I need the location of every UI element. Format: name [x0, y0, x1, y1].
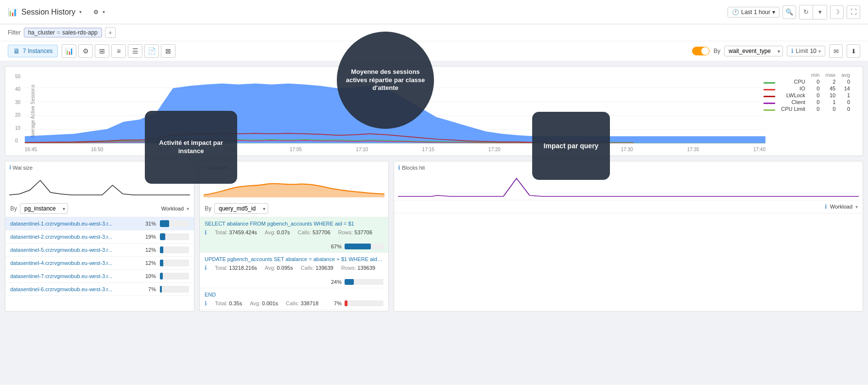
title-dropdown-icon[interactable]: ▾ [79, 9, 82, 15]
instance-pct-5: 10% [139, 273, 156, 279]
x-label-11: 17:35 [687, 147, 699, 152]
q1-pct: 67% [331, 244, 342, 249]
filter-add-button[interactable]: + [105, 27, 116, 38]
instance-row-6[interactable]: datasentinel-6.crzrvgmwobub.eu-west-3.r.… [5, 283, 194, 296]
query-item-3[interactable]: END ℹ Total: 0.35s Avg: 0.001s [200, 288, 388, 310]
legend-row-client: Client 0 1 0 [761, 99, 853, 105]
legend-cpulimit-name: CPU Limit [778, 105, 808, 112]
settings-icon-btn[interactable]: ⚙ [78, 44, 93, 58]
query-item-2[interactable]: UPDATE pgbench_accounts SET abalance = a… [200, 253, 388, 288]
query-stats-3: ℹ Total: 0.35s Avg: 0.001s Calls: [205, 299, 383, 308]
cpulimit-color [764, 109, 775, 111]
limit-label: Limit [796, 48, 808, 54]
x-label-6: 17:10 [356, 147, 368, 152]
table-icon-btn[interactable]: ⊞ [95, 44, 109, 58]
x-label-3: 16:55 [157, 147, 170, 152]
legend-client-max: 1 [822, 99, 838, 105]
settings-dropdown-icon[interactable]: ▾ [103, 9, 105, 15]
query-by-select[interactable]: query_md5_id [214, 203, 268, 214]
instance-row-4[interactable]: datasentinel-4.crzrvgmwobub.eu-west-3.r.… [5, 257, 194, 270]
layers-icon-btn[interactable]: ≡ [111, 44, 126, 58]
toolbar-right: By wait_event_type ℹ Limit 10 ▾ ✉ ⬇ [692, 44, 860, 58]
refresh-button[interactable]: ↻ [799, 5, 813, 19]
page-title: Session History [21, 8, 75, 17]
query-sql-3: END [205, 290, 383, 299]
legend-lwlock-min: 0 [808, 92, 823, 99]
cpu-color [764, 82, 775, 84]
legend-header-min: min [808, 71, 823, 78]
instances-button[interactable]: 🖥 7 Instances [8, 45, 58, 57]
limit-dropdown-icon[interactable]: ▾ [818, 49, 821, 54]
wal-size-chart: ℹ Wal size [5, 161, 194, 200]
bottom-panels: ℹ Wal size By pg_instance Workload [5, 161, 863, 312]
download-button[interactable]: ⬇ [847, 44, 860, 58]
legend-header-avg: avg [838, 71, 853, 78]
instance-bar-2 [160, 233, 165, 240]
sessions-chart: ℹ Sessions [200, 161, 388, 200]
settings-icon[interactable]: ⚙ [93, 9, 99, 16]
instance-rows: datasentinel-1.crzrvgmwobub.eu-west-3.r.… [5, 217, 194, 312]
instance-name-6: datasentinel-6.crzrvgmwobub.eu-west-3.r.… [10, 286, 135, 292]
x-label-2: 16:50 [91, 147, 103, 152]
bar-chart-icon-btn[interactable]: 📊 [62, 44, 76, 58]
instance-row-1[interactable]: datasentinel-1.crzrvgmwobub.eu-west-3.r.… [5, 217, 194, 230]
time-label: Last 1 hour [741, 9, 770, 16]
instance-by-select[interactable]: pg_instance [20, 203, 68, 214]
query-item-1[interactable]: SELECT abalance FROM pgbench_accounts WH… [200, 217, 388, 253]
query-stats-1: ℹ Total: 37459.424s Avg: 0.07s Calls: [205, 228, 383, 250]
q2-rows-label: Rows: [341, 265, 356, 271]
q1-workload-bar: 67% [331, 244, 383, 249]
list-icon-btn[interactable]: ☰ [128, 44, 142, 58]
workload-dropdown-icon[interactable]: ▾ [187, 206, 189, 211]
email-button[interactable]: ✉ [829, 44, 843, 58]
limit-box: ℹ Limit 10 ▾ [787, 46, 825, 56]
legend-lwlock-name: LWLock [778, 92, 808, 99]
instance-row-2[interactable]: datasentinel-2.crzrvgmwobub.eu-west-3.r.… [5, 230, 194, 244]
legend-client-avg: 0 [838, 99, 853, 105]
q2-bar [345, 279, 354, 285]
x-label-9: 17:25 [555, 147, 567, 152]
instance-bar-container-2 [160, 233, 189, 240]
legend-cpu-max: 2 [822, 78, 838, 85]
time-selector[interactable]: 🕐 Last 1 hour ▾ [728, 7, 780, 18]
workload-rows [394, 213, 863, 308]
legend-lwlock-avg: 1 [838, 92, 853, 99]
x-label-12: 17:40 [753, 147, 765, 152]
blocks-help-icon: ℹ [398, 164, 400, 171]
wal-size-title: ℹ Wal size [9, 164, 190, 171]
legend-cpulimit-max: 0 [822, 105, 838, 112]
q1-rows-val: 537706 [354, 229, 372, 235]
q2-calls-stat: Calls: 139639 [301, 265, 333, 271]
instance-name-2: datasentinel-2.crzrvgmwobub.eu-west-3.r.… [10, 234, 135, 240]
query-stats-2: ℹ Total: 13218.216s Avg: 0.095s Calls: [205, 263, 383, 286]
view-toggle[interactable] [692, 47, 710, 55]
q1-calls-val: 537706 [312, 229, 330, 235]
wal-size-svg [9, 171, 190, 197]
workload-panel-dropdown[interactable]: ▾ [855, 204, 858, 210]
filter-val-1: sales-rds-app [62, 29, 98, 36]
q2-pct: 24% [331, 279, 342, 285]
fullscreen-button[interactable]: ⛶ [847, 5, 860, 19]
filter-tag-1[interactable]: ha_cluster = sales-rds-app [24, 28, 102, 37]
sessions-label: Sessions [207, 165, 229, 171]
refresh-dropdown-button[interactable]: ▾ [813, 5, 827, 19]
main-content: Average Active Sessions [0, 61, 868, 384]
legend-row-lwlock: LWLock 0 10 1 [761, 92, 853, 99]
q3-calls-label: Calls: [286, 300, 299, 306]
grid-icon-btn[interactable]: ⊠ [161, 44, 175, 58]
query-sql-1: SELECT abalance FROM pgbench_accounts WH… [205, 219, 383, 228]
instance-pct-3: 12% [139, 247, 156, 253]
x-label-7: 17:15 [422, 147, 434, 152]
q2-total-val: 13218.216s [229, 265, 257, 271]
y-40: 40 [15, 87, 20, 92]
by-field-select-wrapper: wait_event_type [724, 46, 783, 56]
instance-row-3[interactable]: datasentinel-5.crzrvgmwobub.eu-west-3.r.… [5, 244, 194, 257]
by-field-select[interactable]: wait_event_type [724, 46, 783, 56]
instance-bar-5 [160, 273, 163, 280]
filter-key-1: ha_cluster [28, 29, 55, 36]
instance-row-5[interactable]: datasentinel-7.crzrvgmwobub.eu-west-3.r.… [5, 270, 194, 283]
search-button[interactable]: 🔍 [782, 5, 796, 19]
query-item-4[interactable]: select bid,count(*) from pgbench_tellers… [200, 310, 388, 312]
pdf-icon-btn[interactable]: 📄 [144, 44, 159, 58]
theme-button[interactable]: ☽ [830, 5, 844, 19]
